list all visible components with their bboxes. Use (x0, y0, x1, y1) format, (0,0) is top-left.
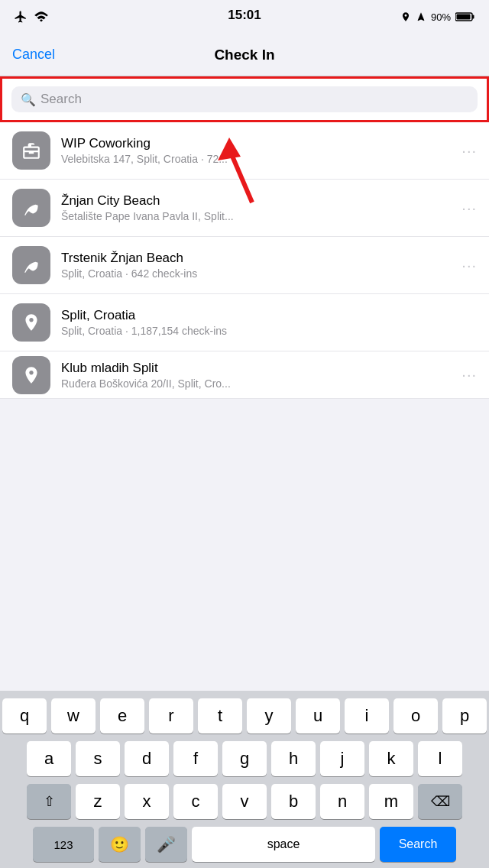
key-r[interactable]: r (149, 698, 193, 734)
wifi-icon (34, 11, 49, 23)
key-y[interactable]: y (247, 698, 291, 734)
airplane-icon (14, 10, 28, 24)
list-item[interactable]: Trstenik Žnjan Beach Split, Croatia · 64… (0, 237, 489, 294)
more-button[interactable]: ··· (461, 199, 477, 217)
key-t[interactable]: t (198, 698, 242, 734)
keyboard-row-3: ⇧ z x c v b n m ⌫ (2, 784, 487, 819)
key-i[interactable]: i (345, 698, 389, 734)
delete-key[interactable]: ⌫ (418, 784, 462, 819)
key-d[interactable]: d (125, 741, 169, 776)
nav-bar: Cancel Check In (0, 34, 489, 76)
svg-rect-2 (457, 15, 471, 20)
svg-rect-1 (472, 15, 474, 19)
key-w[interactable]: w (51, 698, 96, 734)
key-o[interactable]: o (393, 698, 438, 734)
location-icon (400, 11, 411, 22)
key-m[interactable]: m (369, 784, 413, 819)
battery-icon (455, 11, 475, 22)
svg-marker-4 (218, 138, 241, 160)
search-button[interactable]: Search (380, 827, 456, 862)
location-icon-briefcase (12, 131, 50, 170)
search-bar[interactable]: 🔍 (11, 86, 478, 112)
more-button[interactable]: ··· (461, 142, 477, 160)
key-a[interactable]: a (27, 741, 71, 776)
keyboard-row-2: a s d f g h j k l (2, 741, 487, 776)
list-item[interactable]: Klub mladih Split Ruđera Boškovića 20/II… (0, 351, 489, 399)
status-bar: 15:01 90% (0, 0, 489, 34)
keyboard: q w e r t y u i o p a s d f g h j k l ⇧ … (0, 691, 489, 868)
key-k[interactable]: k (369, 741, 413, 776)
mic-key[interactable]: 🎤 (145, 827, 187, 862)
navigation-icon (416, 11, 426, 22)
list-item[interactable]: Split, Croatia Split, Croatia · 1,187,15… (0, 294, 489, 351)
space-key[interactable]: space (192, 827, 375, 862)
page-title: Check In (214, 47, 274, 63)
more-button[interactable]: ··· (461, 366, 477, 384)
status-right: 90% (400, 11, 475, 23)
key-p[interactable]: p (442, 698, 487, 734)
shift-key[interactable]: ⇧ (27, 784, 71, 819)
search-input[interactable] (40, 92, 468, 107)
location-name: Split, Croatia (61, 308, 477, 323)
key-x[interactable]: x (125, 784, 169, 819)
location-info: Trstenik Žnjan Beach Split, Croatia · 64… (61, 251, 451, 280)
key-b[interactable]: b (271, 784, 316, 819)
location-icon-leaf (12, 189, 50, 227)
search-container: 🔍 (0, 76, 489, 122)
cancel-button[interactable]: Cancel (12, 47, 55, 63)
key-g[interactable]: g (222, 741, 267, 776)
key-l[interactable]: l (418, 741, 462, 776)
keyboard-row-1: q w e r t y u i o p (2, 698, 487, 734)
key-z[interactable]: z (76, 784, 120, 819)
key-f[interactable]: f (173, 741, 218, 776)
key-h[interactable]: h (271, 741, 316, 776)
location-icon-pin (12, 303, 50, 342)
location-detail: Ruđera Boškovića 20/II, Split, Cro... (61, 377, 451, 390)
search-icon: 🔍 (21, 92, 36, 107)
key-v[interactable]: v (222, 784, 267, 819)
key-u[interactable]: u (296, 698, 340, 734)
location-info: Klub mladih Split Ruđera Boškovića 20/II… (61, 361, 451, 390)
key-e[interactable]: e (100, 698, 144, 734)
location-detail: Split, Croatia · 642 check-ins (61, 267, 451, 280)
location-info: Split, Croatia Split, Croatia · 1,187,15… (61, 308, 477, 337)
location-name: Klub mladih Split (61, 361, 451, 376)
keyboard-row-4: 123 🙂 🎤 space Search (2, 827, 487, 862)
key-c[interactable]: c (173, 784, 218, 819)
location-detail: Šetalište Pape Ivana Pavla II, Split... (61, 210, 451, 222)
numbers-key[interactable]: 123 (33, 827, 94, 862)
emoji-key[interactable]: 🙂 (99, 827, 141, 862)
location-icon-leaf2 (12, 246, 50, 284)
key-n[interactable]: n (320, 784, 364, 819)
status-left (14, 10, 49, 24)
location-name: Trstenik Žnjan Beach (61, 251, 451, 266)
status-time: 15:01 (228, 8, 261, 23)
location-icon-pin2 (12, 356, 50, 394)
red-arrow-icon (199, 126, 290, 210)
key-s[interactable]: s (76, 741, 120, 776)
key-j[interactable]: j (320, 741, 364, 776)
key-q[interactable]: q (2, 698, 47, 734)
more-button[interactable]: ··· (461, 257, 477, 274)
location-detail: Split, Croatia · 1,187,154 check-ins (61, 325, 477, 337)
battery-percentage: 90% (431, 11, 451, 23)
